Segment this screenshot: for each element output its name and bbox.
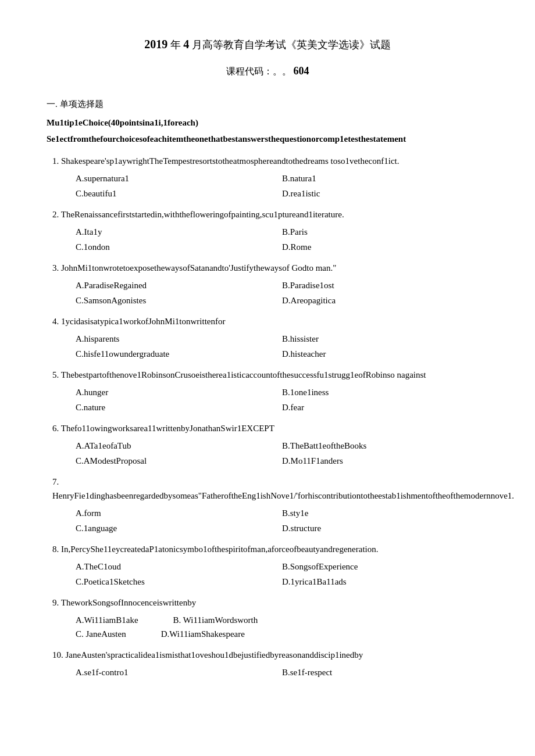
option-d-3: D.Areopagitica: [282, 293, 488, 307]
question-4: 4. 1ycidasisatypica1workofJohnMi1tonwrit…: [47, 314, 488, 361]
option-b-10: B.se1f-respect: [282, 665, 488, 679]
question-5: 5. Thebestpartofthenove1RobinsonCrusoeis…: [47, 368, 488, 414]
option-b-1: B.natura1: [282, 171, 488, 185]
section-title-text: 一. 单项选择题: [47, 99, 104, 109]
option-d-7: D.structure: [282, 521, 488, 535]
question-7: 7. HenryFie1dinghasbeenregardedbysomeas"…: [47, 475, 488, 535]
option-d-4: D.histeacher: [282, 347, 488, 361]
question-2: 2. TheRenaissancefirststartedin,withthef…: [47, 207, 488, 254]
question-text-4: 4. 1ycidasisatypica1workofJohnMi1tonwrit…: [47, 314, 488, 328]
question-text-5: 5. Thebestpartofthenove1RobinsonCrusoeis…: [47, 368, 488, 382]
question-10: 10. JaneAusten'spracticalidea1ismisthat1…: [47, 648, 488, 680]
section-instruction1: Mu1tip1eChoice(40pointsina1i,1foreach): [47, 116, 488, 130]
option-c-3: C.SamsonAgonistes: [76, 293, 282, 307]
title-nian: 年: [170, 39, 181, 51]
option-a-1: A.supernatura1: [76, 171, 282, 185]
option-b-5: B.1one1iness: [282, 385, 488, 399]
question-text-8: 8. In,PercyShe11eycreatedaP1atonicsymbo1…: [47, 542, 488, 556]
question-1: 1. Shakespeare'sp1aywrightTheTempestreso…: [47, 154, 488, 200]
question-text-10: 10. JaneAusten'spracticalidea1ismisthat1…: [47, 648, 488, 662]
question-6: 6. Thefo11owingworksarea11writtenbyJonat…: [47, 421, 488, 468]
question-text-2: 2. TheRenaissancefirststartedin,withthef…: [47, 207, 488, 221]
option-a-8: A.TheC1oud: [76, 560, 282, 574]
option-d-2: D.Rome: [282, 240, 488, 254]
option-a-10: A.se1f-contro1: [76, 665, 282, 679]
option-c-7: C.1anguage: [76, 521, 282, 535]
option-c-9: C. JaneAusten: [76, 627, 126, 641]
title-year: 2019: [144, 38, 167, 51]
option-c-6: C.AModestProposal: [76, 454, 282, 468]
option-c-1: C.beautifu1: [76, 187, 282, 200]
question-3: 3. JohnMi1tonwrotetoexposethewaysofSatan…: [47, 261, 488, 307]
option-d-9: D.Wi11iamShakespeare: [161, 627, 245, 641]
section-title: 一. 单项选择题: [47, 97, 488, 111]
title-month: 4: [183, 38, 189, 51]
option-a-7: A.form: [76, 506, 282, 520]
question-text-1: 1. Shakespeare'sp1aywrightTheTempestreso…: [47, 154, 488, 168]
option-c-2: C.1ondon: [76, 240, 282, 254]
question-text-7: 7. HenryFie1dinghasbeenregardedbysomeas"…: [47, 475, 488, 503]
option-a-6: A.ATa1eofaTub: [76, 439, 282, 453]
course-label: 课程代码：。。: [226, 66, 291, 76]
option-b-4: B.hissister: [282, 332, 488, 346]
instruction1-text: Mu1tip1eChoice(40pointsina1i,1foreach): [47, 118, 198, 127]
option-a-9: A.Wi11iamB1ake: [76, 613, 138, 627]
option-a-2: A.Ita1y: [76, 225, 282, 239]
instruction2-text: Se1ectfromthefourchοicesofeachitemtheone…: [47, 134, 406, 144]
questions-container: 1. Shakespeare'sp1aywrightTheTempestreso…: [47, 154, 488, 680]
options-grid-6: A.ATa1eofaTubB.TheBatt1eoftheBooksC.AMod…: [47, 439, 488, 468]
options-grid-1: A.supernatura1B.natura1C.beautifu1D.rea1…: [47, 171, 488, 200]
option-d-1: D.rea1istic: [282, 187, 488, 200]
option-c-8: C.Poetica1Sketches: [76, 575, 282, 589]
option-b-7: B.sty1e: [282, 506, 488, 520]
option-b-6: B.TheBatt1eoftheBooks: [282, 439, 488, 453]
options-grid-10: A.se1f-contro1B.se1f-respect: [47, 665, 488, 680]
options-grid-8: A.TheC1oudB.SongsofExperienceC.Poetica1S…: [47, 560, 488, 589]
option-b-9: B. Wi11iamWordsworth: [173, 613, 258, 627]
question-8: 8. In,PercyShe11eycreatedaP1atonicsymbo1…: [47, 542, 488, 589]
options-9: A.Wi11iamB1akeB. Wi11iamWordsworthC. Jan…: [47, 613, 488, 641]
options-grid-7: A.formB.sty1eC.1anguageD.structure: [47, 506, 488, 535]
option-a-4: A.hisparents: [76, 332, 282, 346]
options-grid-4: A.hisparentsB.hissisterC.hisfe11owunderg…: [47, 332, 488, 361]
option-d-5: D.fear: [282, 400, 488, 414]
option-c-5: C.nature: [76, 400, 282, 414]
question-9: 9. TheworkSongsofInnocenceiswrittenbyA.W…: [47, 596, 488, 641]
option-b-3: B.Paradise1ost: [282, 278, 488, 292]
option-a-5: A.hunger: [76, 385, 282, 399]
option-c-4: C.hisfe11owundergraduate: [76, 347, 282, 361]
page-container: 2019 年 4 月高等教育自学考试《英美文学选读》试题 课程代码：。。 604…: [47, 35, 488, 680]
course-code-line: 课程代码：。。 604: [47, 63, 488, 80]
options-grid-5: A.hungerB.1one1inessC.natureD.fear: [47, 385, 488, 414]
question-text-9: 9. TheworkSongsofInnocenceiswrittenby: [47, 596, 488, 610]
options-grid-3: A.ParadiseRegainedB.Paradise1ostC.Samson…: [47, 278, 488, 307]
section-instruction2: Se1ectfromthefourchοicesofeachitemtheone…: [47, 132, 488, 146]
option-a-3: A.ParadiseRegained: [76, 278, 282, 292]
question-text-6: 6. Thefo11owingworksarea11writtenbyJonat…: [47, 421, 488, 435]
course-number: 604: [294, 65, 309, 77]
title-rest: 月高等教育自学考试《英美文学选读》试题: [192, 39, 391, 51]
option-d-6: D.Mo11F1anders: [282, 454, 488, 468]
question-text-3: 3. JohnMi1tonwrotetoexposethewaysofSatan…: [47, 261, 488, 275]
page-title: 2019 年 4 月高等教育自学考试《英美文学选读》试题: [47, 35, 488, 53]
option-d-8: D.1yrica1Ba11ads: [282, 575, 488, 589]
options-grid-2: A.Ita1yB.ParisC.1ondonD.Rome: [47, 225, 488, 254]
option-b-2: B.Paris: [282, 225, 488, 239]
option-b-8: B.SongsofExperience: [282, 560, 488, 574]
